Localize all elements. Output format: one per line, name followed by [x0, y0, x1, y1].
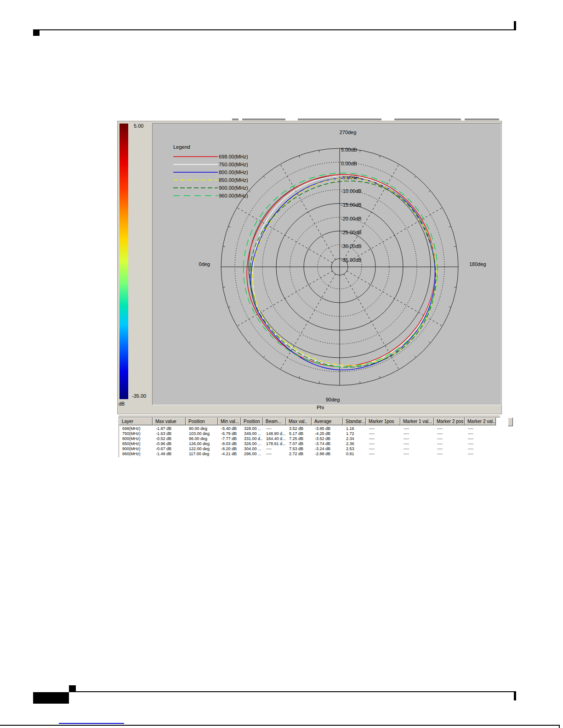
table-cell: 331.00 d...	[241, 436, 263, 441]
column-header-beam[interactable]: Beam...	[263, 418, 286, 425]
table-cell: 2.34	[343, 436, 366, 441]
column-header-layer[interactable]: Layer	[119, 418, 153, 425]
document-page: { "chart_data": { "type": "polar-line", …	[0, 0, 563, 728]
table-cell: 103.00 deg	[186, 431, 218, 436]
table-cell: 304.00 ...	[241, 446, 263, 451]
toolbar-edge-fragment	[298, 119, 381, 120]
table-cell: ----	[263, 446, 286, 451]
top-rule	[40, 29, 515, 30]
table-cell: 1.16	[343, 426, 366, 431]
legend-entry-label: 900.00(MHz)	[219, 185, 248, 191]
table-cell: ----	[400, 451, 434, 457]
colorbar-gradient	[119, 124, 128, 399]
table-cell: ----	[465, 451, 496, 457]
table-cell: ----	[366, 426, 400, 431]
polar-plot-area: 5.00dB0.00dB-5.00dB-10.00dB-15.00dB-20.0…	[152, 123, 501, 405]
table-cell: ----	[366, 441, 400, 446]
footer-link-underline[interactable]	[59, 723, 124, 724]
table-cell: -8.03 dB	[218, 441, 241, 446]
table-cell: ----	[263, 451, 286, 457]
table-cell: -0.96 dB	[153, 441, 186, 446]
column-header-position[interactable]: Position	[241, 418, 263, 425]
table-row[interactable]: 750(MHz)-1.63 dB103.00 deg-6.79 dB349.00…	[119, 431, 501, 436]
table-cell: ----	[434, 431, 465, 436]
table-cell: 296.00 ...	[241, 451, 263, 457]
table-cell: 96.00 deg	[186, 436, 218, 441]
outer-ring-tick	[249, 191, 250, 192]
table-cell: ----	[434, 441, 465, 446]
table-cell: -7.77 dB	[218, 436, 241, 441]
colorbar-min-label: -35.00	[132, 393, 146, 399]
radial-tick-label: -30.00dB	[341, 243, 362, 249]
crop-mark-top-left	[33, 29, 40, 36]
table-row[interactable]: 800(MHz)-0.52 dB96.00 deg-7.77 dB331.00 …	[119, 436, 501, 441]
outer-ring-tick	[449, 307, 451, 308]
column-header-marker-2-pos[interactable]: Marker 2 pos	[434, 418, 465, 425]
table-cell: -2.88 dB	[312, 451, 343, 457]
table-cell: -4.21 dB	[218, 451, 241, 457]
table-cell: ----	[465, 431, 496, 436]
table-cell: -3.85 dB	[312, 426, 343, 431]
table-row[interactable]: 900(MHz)-0.67 dB122.00 deg-8.20 dB304.00…	[119, 446, 501, 451]
table-cell: ----	[400, 441, 434, 446]
bottom-page-rule	[0, 725, 560, 726]
column-header-max-value[interactable]: Max value	[153, 418, 186, 425]
table-cell: 800(MHz)	[119, 436, 153, 441]
colorbar-unit-label: dB	[119, 401, 125, 406]
outer-ring-tick	[319, 381, 319, 384]
grid-spoke	[280, 274, 336, 370]
table-cell: -1.63 dB	[153, 431, 186, 436]
column-header-marker-1pos[interactable]: Marker 1pos	[366, 418, 400, 425]
table-header-fragment	[508, 418, 513, 426]
outer-ring-tick	[223, 246, 225, 247]
radial-tick-label: -20.00dB	[341, 216, 362, 221]
table-row[interactable]: 698(MHz)-1.87 dB90.00 deg-5.40 dB328.00 …	[119, 426, 501, 431]
top-rule-right-tick	[514, 21, 516, 30]
table-row[interactable]: 850(MHz)-0.96 dB126.00 deg-8.03 dB326.00…	[119, 441, 501, 446]
grid-spoke	[237, 271, 333, 326]
bottom-rule-tick	[559, 725, 560, 728]
column-header-marker-2-val[interactable]: Marker 2 val...	[465, 418, 496, 425]
column-header-max-val[interactable]: Max val..	[286, 418, 312, 425]
radial-tick-label: 5.00dB	[341, 147, 357, 152]
column-header-min-val[interactable]: Min val...	[218, 418, 241, 425]
table-cell: ----	[400, 426, 434, 431]
outer-ring-tick	[415, 356, 416, 358]
column-header-standar[interactable]: Standar...	[343, 418, 366, 425]
table-cell: 122.00 deg	[186, 446, 218, 451]
table-cell: ----	[400, 431, 434, 436]
outer-ring-tick	[299, 156, 300, 158]
column-header-position[interactable]: Position	[186, 418, 218, 425]
table-cell: 126.00 deg	[186, 441, 218, 446]
outer-ring-tick	[249, 342, 250, 343]
footer-rule-right-tick	[514, 691, 516, 700]
table-cell: 7.25 dB	[286, 436, 312, 441]
table-cell: ----	[434, 426, 465, 431]
outer-ring-tick	[380, 156, 381, 158]
radial-tick-label: -35.00dB	[341, 257, 362, 263]
grid-spoke	[280, 164, 336, 260]
table-cell: -1.87 dB	[153, 426, 186, 431]
colorbar-max-label: 5.00	[134, 123, 143, 129]
radial-tick-label: -15.00dB	[341, 202, 362, 208]
legend-entry-label: 960.00(MHz)	[219, 193, 248, 198]
crop-mark-bottom	[69, 685, 76, 692]
table-cell: 7.07 dB	[286, 441, 312, 446]
table-cell: -5.40 dB	[218, 426, 241, 431]
outer-ring-tick	[299, 376, 300, 378]
table-cell: ----	[465, 441, 496, 446]
table-cell: ----	[366, 431, 400, 436]
toolbar-edge-fragment	[232, 119, 239, 120]
table-cell: 750(MHz)	[119, 431, 153, 436]
column-header-average[interactable]: Average	[312, 418, 343, 425]
table-cell: 900(MHz)	[119, 446, 153, 451]
table-cell: -4.25 dB	[312, 431, 343, 436]
column-header-marker-1-val[interactable]: Marker 1 val...	[400, 418, 434, 425]
angle-label: 90deg	[326, 397, 340, 402]
outer-ring-tick	[415, 176, 416, 178]
grid-spoke	[237, 208, 333, 263]
footer-rule	[69, 691, 515, 692]
table-row[interactable]: 960(MHz)-1.49 dB117.00 deg-4.21 dB296.00…	[119, 451, 501, 457]
table-cell: -3.52 dB	[312, 436, 343, 441]
table-cell: -3.24 dB	[312, 446, 343, 451]
